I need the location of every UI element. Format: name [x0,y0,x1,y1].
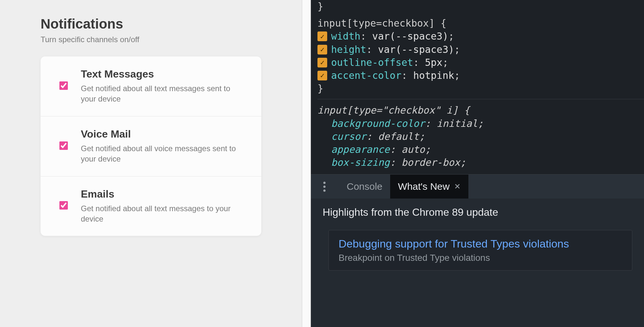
css-prop-toggle-checked-icon[interactable]: ✓ [317,71,327,80]
panel-splitter[interactable] [302,0,311,327]
setting-title: Voice Mail [81,128,246,140]
whats-new-content: Highlights from the Chrome 89 update Deb… [311,199,644,278]
page-preview-panel: Notifications Turn specific channels on/… [0,0,302,327]
devtools-drawer: Console What's New ✕ Highlights from the… [311,174,644,327]
css-rule-block-1[interactable]: input[type=checkbox] { ✓width: var(--spa… [317,17,644,95]
checkbox-emails[interactable] [59,201,68,210]
css-declaration: cursor: default; [317,130,644,143]
css-prop-toggle-checked-icon[interactable]: ✓ [317,31,327,41]
setting-text-messages: Text Messages Get notified about all tex… [41,56,261,116]
css-prop-toggle-checked-icon[interactable]: ✓ [317,58,327,67]
close-icon[interactable]: ✕ [454,182,461,191]
setting-title: Text Messages [81,68,246,80]
whats-new-card-title[interactable]: Debugging support for Trusted Types viol… [339,237,622,250]
css-declaration: background-color: initial; [317,117,644,130]
checkbox-text-messages[interactable] [59,81,68,90]
page-title: Notifications [41,16,261,32]
tab-console[interactable]: Console [339,176,390,197]
css-rule-block-0: } [317,0,644,13]
css-brace-close: } [317,1,323,12]
styles-panel[interactable]: } input[type=checkbox] { ✓width: var(--s… [311,0,644,173]
tab-label: What's New [398,181,450,192]
css-declaration: appearance: auto; [317,143,644,156]
whats-new-card[interactable]: Debugging support for Trusted Types viol… [328,230,632,271]
css-selector[interactable]: input[type=checkbox] { [317,18,446,29]
setting-title: Emails [81,188,246,200]
setting-desc: Get notified about all voice messages se… [81,143,246,164]
setting-voice-mail: Voice Mail Get notified about all voice … [41,116,261,176]
css-rule-block-ua: input[type="checkbox" i] { background-co… [317,99,644,169]
setting-desc: Get notified about all text messages to … [81,203,246,224]
css-ua-selector: input[type="checkbox" i] { [317,104,470,116]
tab-whats-new[interactable]: What's New ✕ [390,175,468,199]
css-declaration[interactable]: ✓accent-color: hotpink; [317,69,644,82]
devtools-panel: } input[type=checkbox] { ✓width: var(--s… [311,0,644,327]
css-brace-close: } [317,83,323,94]
kebab-menu-icon[interactable] [320,180,328,193]
css-declaration: box-sizing: border-box; [317,156,644,169]
whats-new-card-subtitle: Breakpoint on Trusted Type violations [339,253,622,263]
css-declaration[interactable]: ✓height: var(--space3); [317,43,644,56]
drawer-tabbar: Console What's New ✕ [311,175,644,199]
setting-desc: Get notified about all text messages sen… [81,83,246,104]
css-declaration[interactable]: ✓outline-offset: 5px; [317,56,644,69]
page-subtitle: Turn specific channels on/off [41,35,261,44]
css-declaration[interactable]: ✓width: var(--space3); [317,30,644,43]
css-prop-toggle-checked-icon[interactable]: ✓ [317,45,327,54]
notifications-card: Text Messages Get notified about all tex… [41,56,261,236]
whats-new-heading: Highlights from the Chrome 89 update [323,206,632,218]
checkbox-voice-mail[interactable] [59,141,68,150]
setting-emails: Emails Get notified about all text messa… [41,176,261,236]
